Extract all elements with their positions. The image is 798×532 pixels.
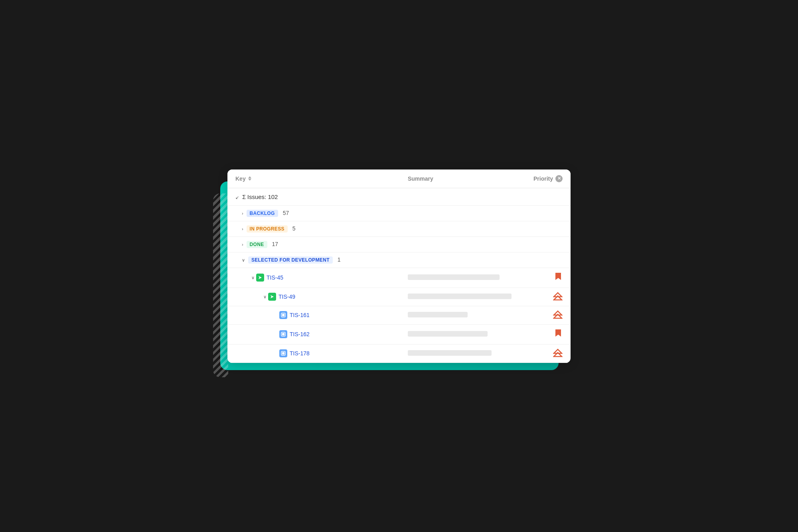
priority-column-header: Priority ✕ [519,169,571,188]
issues-total-row: ↙ Σ Issues: 102 [227,188,571,205]
done-count: 17 [272,241,279,247]
backlog-summary-cell [400,205,519,221]
selected-summary-cell [400,252,519,268]
tis49-summary-bar [408,294,512,299]
tis178-summary-cell [400,344,519,363]
selected-priority-cell [519,252,571,268]
tis162-summary-cell [400,324,519,344]
issue-row-tis178: TIS-178 [227,344,571,363]
issue-key-tis178[interactable]: TIS-178 [290,350,310,357]
badge-inprogress: IN PROGRESS [247,225,288,233]
summary-label: Summary [408,175,433,182]
priority-label: Priority [533,175,553,182]
expand-issues-icon[interactable]: ↙ [235,195,239,200]
priority-highest-icon-tis49 [553,292,563,301]
tis162-summary-bar [408,331,488,337]
tis49-priority-cell [519,288,571,306]
tis178-priority-cell [519,344,571,363]
expand-done-icon[interactable]: › [242,242,243,247]
tis161-summary-cell [400,306,519,324]
tis49-summary-cell [400,288,519,306]
priority-high-icon-tis162 [554,329,563,339]
priority-close-button[interactable]: ✕ [555,175,563,182]
svg-rect-3 [282,314,284,316]
group-row-done: › DONE 17 [227,236,571,252]
summary-column-header: Summary [400,169,519,188]
group-row-inprogress: › IN PROGRESS 5 [227,221,571,236]
issue-key-tis162[interactable]: TIS-162 [290,331,310,337]
tis45-priority-cell [519,268,571,288]
key-label: Key [235,175,246,182]
badge-backlog: BACKLOG [247,210,278,217]
group-row-selected: ∨ SELECTED FOR DEVELOPMENT 1 [227,252,571,268]
tis178-summary-bar [408,350,492,356]
done-summary-cell [400,236,519,252]
issue-key-tis161[interactable]: TIS-161 [290,312,310,318]
tis161-priority-cell [519,306,571,324]
sort-icon[interactable] [248,176,251,181]
issue-row-tis49: ∨ TIS-49 [227,288,571,306]
issue-row-tis161: TIS-161 [227,306,571,324]
priority-high-icon-tis45 [554,272,563,282]
done-priority-cell [519,236,571,252]
issue-key-tis45[interactable]: TIS-45 [267,274,283,281]
tis162-priority-cell [519,324,571,344]
issues-label: Issues: [247,193,267,200]
issues-priority-cell [519,188,571,205]
badge-selected: SELECTED FOR DEVELOPMENT [248,256,333,264]
expand-tis49-icon[interactable]: ∨ [263,294,267,299]
expand-backlog-icon[interactable]: › [242,211,243,216]
issue-type-icon-tis178 [279,349,287,357]
key-column-header: Key [227,169,400,188]
inprogress-summary-cell [400,221,519,236]
issues-summary-cell [400,188,519,205]
expand-inprogress-icon[interactable]: › [242,227,243,231]
tis161-summary-bar [408,312,468,317]
issue-type-icon-tis45 [256,274,264,282]
issue-row-tis162: TIS-162 [227,324,571,344]
issue-type-icon-tis161 [279,311,287,319]
issue-type-icon-tis162 [279,330,287,338]
expand-tis45-icon[interactable]: ∨ [251,275,255,280]
expand-selected-icon[interactable]: ∨ [242,258,245,263]
issue-key-tis49[interactable]: TIS-49 [279,294,295,300]
tis45-summary-cell [400,268,519,288]
sigma-icon: Σ [242,194,247,200]
issues-count: 102 [268,193,278,200]
issue-type-icon-tis49 [268,293,276,301]
inprogress-count: 5 [292,225,296,232]
badge-done: DONE [247,241,267,248]
priority-highest-icon-tis161 [553,310,563,319]
backlog-count: 57 [283,210,289,216]
tis45-summary-bar [408,274,500,280]
inprogress-priority-cell [519,221,571,236]
group-row-backlog: › BACKLOG 57 [227,205,571,221]
selected-count: 1 [338,256,341,263]
issue-row-tis45: ∨ TIS-45 [227,268,571,288]
priority-highest-icon-tis178 [553,349,563,357]
svg-rect-9 [282,352,284,355]
svg-rect-7 [282,333,284,335]
backlog-priority-cell [519,205,571,221]
